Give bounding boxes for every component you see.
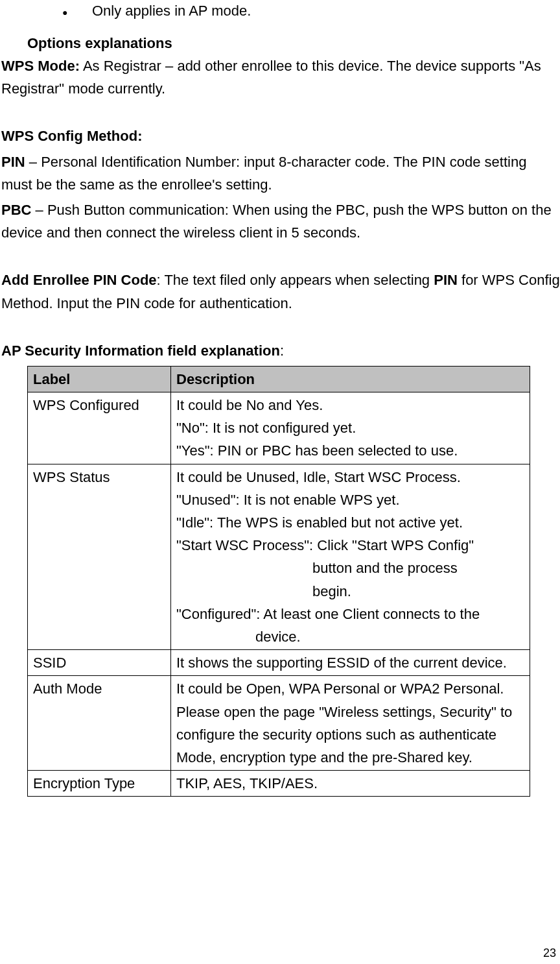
page-number: 23 [543,946,556,960]
cell-desc: It shows the supporting ESSID of the cur… [171,650,530,676]
para-wps-config-heading: WPS Config Method: [1,125,560,147]
desc-hang: button and the process [176,557,524,579]
cell-label: WPS Configured [28,392,171,464]
bullet-list: Only applies in AP mode. [62,3,560,19]
text-pin: – Personal Identification Number: input … [1,154,526,193]
desc-line: It could be No and Yes. [176,397,323,413]
label-ap-sec: AP Security Information field explanatio… [1,343,280,359]
desc-line: It shows the supporting ESSID of the cur… [176,655,507,671]
desc-line: "Start WSC Process": Click "Start WPS Co… [176,537,474,553]
section-heading-options: Options explanations [27,35,560,52]
para-pbc: PBC – Push Button communication: When us… [1,199,560,244]
document-page: Only applies in AP mode. Options explana… [0,3,560,964]
text-pbc: – Push Button communication: When using … [1,202,552,241]
desc-hang: device. [176,625,524,648]
ap-security-table: Label Description WPS Configured It coul… [27,366,530,797]
desc-line: "Yes": PIN or PBC has been selected to u… [176,442,458,459]
table-row: Auth Mode It could be Open, WPA Personal… [28,676,530,771]
desc-line: "No": It is not configured yet. [176,420,356,436]
bold-pin-inline: PIN [434,272,458,288]
cell-desc: It could be Open, WPA Personal or WPA2 P… [171,676,530,771]
table-row: WPS Configured It could be No and Yes. "… [28,392,530,464]
para-add-enrollee: Add Enrollee PIN Code: The text filed on… [1,269,560,314]
table-header-desc: Description [171,366,530,392]
desc-line: TKIP, AES, TKIP/AES. [176,775,318,791]
table-row: SSID It shows the supporting ESSID of th… [28,650,530,676]
cell-desc: TKIP, AES, TKIP/AES. [171,771,530,797]
cell-label: SSID [28,650,171,676]
cell-label: WPS Status [28,464,171,650]
desc-line: It could be Open, WPA Personal or WPA2 P… [176,681,512,765]
desc-line: "Idle": The WPS is enabled but not activ… [176,514,463,531]
table-row: WPS Status It could be Unused, Idle, Sta… [28,464,530,650]
para-ap-sec-heading: AP Security Information field explanatio… [1,339,560,362]
cell-desc: It could be No and Yes. "No": It is not … [171,392,530,464]
para-pin: PIN – Personal Identification Number: in… [1,151,560,196]
text-add-enrollee-1: : The text filed only appears when selec… [157,272,434,288]
desc-line: It could be Unused, Idle, Start WSC Proc… [176,469,461,485]
desc-line: "Unused": It is not enable WPS yet. [176,492,400,508]
para-wps-mode: WPS Mode: As Registrar – add other enrol… [1,54,560,100]
table-header-label: Label [28,366,171,392]
cell-desc: It could be Unused, Idle, Start WSC Proc… [171,464,530,650]
cell-label: Auth Mode [28,676,171,771]
label-add-enrollee: Add Enrollee PIN Code [1,272,157,288]
label-wps-config: WPS Config Method: [1,128,143,144]
desc-hang: begin. [176,580,524,603]
desc-line: "Configured": At least one Client connec… [176,606,480,622]
table-row: Encryption Type TKIP, AES, TKIP/AES. [28,771,530,797]
label-pin: PIN [1,154,25,170]
text-wps-mode: As Registrar – add other enrollee to thi… [1,58,541,97]
table-header-row: Label Description [28,366,530,392]
bullet-text: Only applies in AP mode. [92,3,251,19]
bullet-item: Only applies in AP mode. [62,3,560,19]
label-wps-mode: WPS Mode: [1,58,80,74]
page-content: Only applies in AP mode. Options explana… [0,3,560,797]
cell-label: Encryption Type [28,771,171,797]
label-pbc: PBC [1,202,31,218]
